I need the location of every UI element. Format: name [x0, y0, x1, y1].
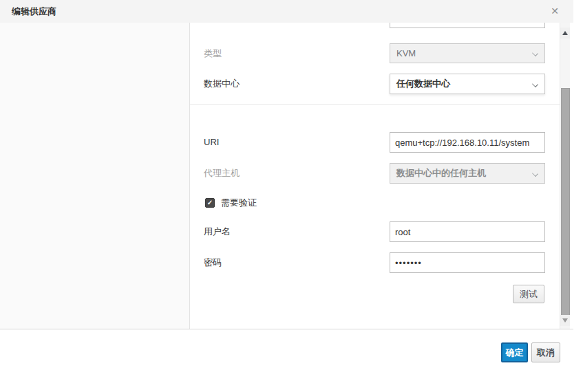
edit-provider-dialog: 编辑供应商 ✕ 类型 KVM 数据中心 任何数据中心 URI 代理主机 数据中心… — [0, 0, 573, 392]
clipped-top-input[interactable] — [390, 23, 545, 28]
datacenter-select[interactable]: 任何数据中心 — [390, 74, 545, 94]
scroll-down-button[interactable] — [560, 315, 570, 326]
requires-auth-checkbox[interactable]: ✓ — [205, 198, 215, 208]
proxy-host-select-value: 数据中心中的任何主机 — [396, 168, 486, 178]
datacenter-label: 数据中心 — [204, 74, 240, 94]
username-label: 用户名 — [204, 221, 231, 242]
uri-input[interactable] — [390, 132, 545, 153]
password-input[interactable] — [390, 252, 545, 273]
footer-divider — [0, 329, 573, 329]
close-icon[interactable]: ✕ — [548, 4, 562, 18]
ok-button[interactable]: 确定 — [501, 342, 528, 362]
check-icon: ✓ — [207, 199, 213, 206]
datacenter-select-value: 任何数据中心 — [396, 78, 450, 89]
type-select: KVM — [390, 43, 545, 63]
scrollbar-thumb[interactable] — [561, 88, 570, 316]
dialog-header: 编辑供应商 ✕ — [0, 0, 573, 23]
section-divider — [190, 104, 560, 105]
username-input[interactable] — [390, 221, 545, 242]
proxy-host-label: 代理主机 — [204, 163, 240, 184]
dialog-title: 编辑供应商 — [12, 0, 56, 23]
arrow-up-icon — [562, 31, 568, 35]
chevron-down-icon — [532, 50, 538, 56]
password-label: 密码 — [204, 252, 222, 273]
cancel-button[interactable]: 取消 — [531, 342, 560, 362]
dialog-side-panel — [0, 23, 189, 329]
vertical-scrollbar[interactable] — [560, 23, 570, 329]
type-label: 类型 — [204, 43, 222, 64]
uri-label: URI — [204, 132, 219, 153]
chevron-down-icon — [532, 171, 538, 177]
requires-auth-label: 需要验证 — [221, 193, 257, 213]
arrow-down-icon — [562, 318, 568, 323]
chevron-down-icon — [532, 81, 538, 87]
proxy-host-select: 数据中心中的任何主机 — [390, 163, 545, 184]
provider-form: 类型 KVM 数据中心 任何数据中心 URI 代理主机 数据中心中的任何主机 ✓… — [189, 23, 560, 329]
type-select-value: KVM — [396, 48, 416, 58]
scroll-up-button[interactable] — [560, 28, 570, 39]
test-button[interactable]: 测试 — [513, 285, 544, 303]
